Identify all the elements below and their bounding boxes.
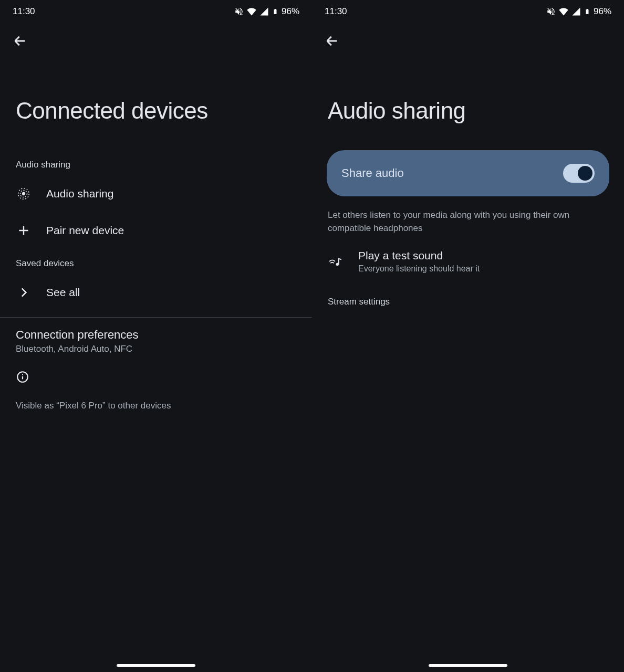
status-bar: 11:30 96% [0,0,312,21]
item-connection-preferences[interactable]: Connection preferences Bluetooth, Androi… [0,318,312,359]
signal-icon [259,7,269,16]
info-icon [16,370,29,384]
share-audio-label: Share audio [341,166,404,180]
item-see-all-label: See all [46,286,80,299]
share-audio-description: Let others listen to your media along wi… [312,196,624,242]
battery-icon [272,7,278,16]
nav-handle[interactable] [429,664,507,667]
nav-handle[interactable] [117,664,195,667]
item-pair-new-device[interactable]: Pair new device [0,212,312,249]
item-audio-sharing[interactable]: Audio sharing [0,175,312,212]
cast-audio-icon [17,187,30,201]
item-audio-sharing-label: Audio sharing [46,187,113,200]
plus-icon [17,224,30,237]
mute-icon [546,7,556,16]
play-test-sound-title: Play a test sound [358,249,480,262]
status-battery-pct: 96% [594,6,611,17]
status-battery-pct: 96% [282,6,299,17]
connection-preferences-sub: Bluetooth, Android Auto, NFC [16,344,296,354]
status-icons-right: 96% [546,6,611,17]
share-audio-toggle[interactable]: Share audio [327,150,609,196]
page-title: Audio sharing [312,50,624,150]
visibility-text: Visible as “Pixel 6 Pro” to other device… [0,391,312,421]
page-title: Connected devices [0,50,312,150]
back-button[interactable] [0,21,312,50]
status-time: 11:30 [325,6,347,17]
status-icons-right: 96% [234,6,299,17]
connection-preferences-title: Connection preferences [16,328,296,342]
wifi-icon [247,7,256,16]
item-pair-new-label: Pair new device [46,224,124,237]
section-saved-devices: Saved devices [0,249,312,274]
status-bar: 11:30 96% [312,0,624,21]
signal-icon [571,7,581,16]
mute-icon [234,7,244,16]
play-test-sound-sub: Everyone listening should hear it [358,264,480,274]
item-play-test-sound[interactable]: Play a test sound Everyone listening sho… [312,242,624,281]
wifi-icon [559,7,568,16]
screen-audio-sharing: 11:30 96% Audio sharing Share audio Let … [312,0,624,672]
item-see-all[interactable]: See all [0,274,312,311]
svg-point-0 [23,193,25,195]
battery-icon [584,7,590,16]
back-arrow-icon [13,34,27,48]
status-time: 11:30 [13,6,35,17]
switch-knob [578,166,592,181]
cast-music-icon [329,255,342,268]
section-stream-settings: Stream settings [312,281,624,312]
section-audio-sharing: Audio sharing [0,150,312,175]
back-arrow-icon [325,34,339,48]
switch-on[interactable] [563,164,595,183]
screen-connected-devices: 11:30 96% Connected devices Audio sharin… [0,0,312,672]
back-button[interactable] [312,21,624,50]
info-icon-row [0,359,312,391]
chevron-right-icon [17,286,30,299]
svg-point-5 [22,374,23,375]
